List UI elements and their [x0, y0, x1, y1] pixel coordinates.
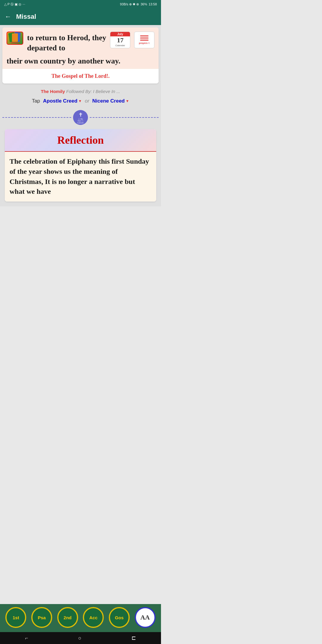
gospel-card: Home to return to Herod, they departed t…	[2, 27, 159, 83]
dot-line-left	[2, 117, 71, 118]
tap-label: Tap	[32, 98, 40, 104]
network-speed: 93B/s ⊕ ✱ ⊗	[120, 2, 139, 6]
shield-badge: ✝ ++ My App ++ CatholiC	[73, 110, 88, 125]
content-area: Home to return to Herod, they departed t…	[0, 25, 161, 206]
dotted-divider: ✝ ++ My App ++ CatholiC	[2, 108, 159, 127]
calendar-day: 17	[117, 36, 123, 44]
homily-label: The Homily	[41, 89, 65, 94]
calendar-month: July	[110, 32, 130, 36]
reflection-title: Reflection	[10, 134, 151, 146]
calendar-icon[interactable]: July 17 Calender	[110, 32, 130, 48]
apostle-creed-button[interactable]: Apostle Creed ▼	[43, 98, 82, 104]
battery: 36%	[140, 2, 147, 6]
books-image	[8, 32, 21, 41]
gospel-text-area: Home to return to Herod, they departed t…	[2, 27, 159, 69]
dot-line-right	[90, 117, 159, 118]
app-title: Missal	[16, 13, 36, 21]
quick-icons-row: Home to return to Herod, they departed t…	[7, 32, 154, 53]
divider-content: ✝ ++ My App ++ CatholiC	[2, 110, 159, 125]
calendar-label: Calender	[115, 44, 125, 47]
reflection-header: Reflection	[5, 129, 156, 152]
nicene-creed-arrow: ▼	[126, 99, 129, 103]
creed-line: Tap Apostle Creed ▼ or Nicene Creed ▼	[7, 96, 154, 107]
badge-subtext: CatholiC	[77, 122, 84, 124]
badge-text-bottom: App ++	[78, 120, 83, 122]
home-icon[interactable]: Home	[7, 32, 23, 45]
homily-line: The Homily Followed By: I Believe In ...	[7, 89, 154, 94]
status-left-icons: △ P ⓑ ▣ ◎ ···	[4, 2, 25, 7]
hamburger-icon	[140, 35, 148, 41]
back-button[interactable]: ←	[5, 13, 11, 21]
time: 13:58	[148, 2, 157, 6]
nicene-creed-button[interactable]: Nicene Creed ▼	[92, 98, 129, 104]
gospel-text-continuation: their own country by another way.	[7, 56, 154, 66]
apostle-creed-arrow: ▼	[78, 99, 82, 103]
book-orange	[12, 33, 18, 42]
status-right-info: 93B/s ⊕ ✱ ⊗ 36% 13:58	[120, 2, 157, 6]
hamburger-line-3	[140, 40, 148, 41]
nicene-creed-label: Nicene Creed	[92, 98, 125, 104]
reflection-card: Reflection The celebration of Epiphany t…	[5, 129, 156, 201]
cross-icon: ✝	[78, 112, 83, 118]
prayers-label: prayers +	[139, 42, 150, 44]
gospel-text-line1: to return to Herod, they departed to	[27, 33, 106, 53]
homily-followed: Followed By: I Believe In ...	[66, 89, 120, 94]
apostle-creed-label: Apostle Creed	[43, 98, 77, 104]
prayers-icon[interactable]: prayers +	[134, 32, 154, 48]
hamburger-line-2	[140, 38, 148, 38]
status-bar: △ P ⓑ ▣ ◎ ··· 93B/s ⊕ ✱ ⊗ 36% 13:58	[0, 0, 161, 8]
hamburger-line-1	[140, 35, 148, 36]
status-icons: △ P ⓑ ▣ ◎ ···	[4, 2, 25, 7]
or-label: or	[85, 98, 89, 104]
badge-text-top: ++ My	[78, 118, 83, 120]
reflection-body: The celebration of Epiphany this first S…	[5, 152, 156, 201]
app-bar: ← Missal	[0, 8, 161, 25]
homily-section: The Homily Followed By: I Believe In ...…	[2, 86, 159, 108]
gospel-of-lord: The Gospel of The Lord!.	[2, 69, 159, 83]
